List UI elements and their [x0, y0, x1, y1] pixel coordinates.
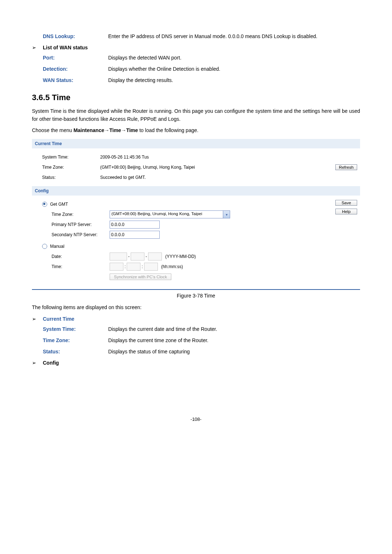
bullet-arrow-icon: ➢	[32, 45, 43, 50]
bullet-current-time: ➢ Current Time	[32, 316, 360, 322]
secondary-ntp-input[interactable]	[110, 231, 160, 239]
wan-status-description: Display the detecting results.	[108, 77, 360, 84]
timezone-select[interactable]: (GMT+08:00) Beijing, Urumqi, Hong Kong, …	[110, 210, 230, 218]
radio-manual-label: Manual	[50, 244, 64, 249]
definition-row: Status: Displays the status of time capt…	[32, 348, 360, 356]
time-settings-figure: Current Time System Time: 2009-05-26 11:…	[32, 139, 360, 290]
bullet-text: Current Time	[43, 316, 74, 322]
bullet-arrow-icon: ➢	[32, 360, 43, 366]
port-description: Displays the detected WAN port.	[108, 54, 360, 62]
chevron-down-icon: ▾	[223, 211, 230, 218]
config-timezone-label: Time Zone:	[52, 212, 110, 217]
panel-header-current-time: Current Time	[32, 139, 360, 148]
separator: -	[127, 254, 131, 259]
time-minute-input[interactable]	[127, 263, 140, 271]
figure-caption: Figure 3-78 Time	[32, 293, 360, 299]
manual-radio-row[interactable]: Manual	[42, 241, 331, 251]
detection-description: Displays whether the Online Detection is…	[108, 65, 360, 73]
bullet-config: ➢ Config	[32, 360, 360, 366]
status-label: Status:	[42, 175, 100, 180]
system-time-value: 2009-05-26 11:45:36 Tus	[100, 155, 331, 160]
page-number: -108-	[32, 416, 360, 422]
radio-manual[interactable]	[42, 244, 47, 249]
bullet-list-wan-status: ➢ List of WAN status	[32, 45, 360, 50]
date-month-input[interactable]	[131, 253, 144, 260]
time-label: Time:	[52, 264, 110, 269]
time-zone-value: (GMT+08:00) Beijing, Urumqi, Hong Kong, …	[100, 165, 331, 170]
date-day-input[interactable]	[148, 253, 162, 260]
status-def-label: Status:	[43, 348, 108, 356]
timezone-select-value: (GMT+08:00) Beijing, Urumqi, Hong Kong, …	[110, 211, 223, 218]
items-intro: The following items are displayed on thi…	[32, 304, 360, 312]
system-time-def-desc: Displays the current date and time of th…	[108, 325, 360, 333]
separator: -	[144, 254, 148, 259]
date-label: Date:	[52, 254, 110, 259]
definition-row: Port: Displays the detected WAN port.	[32, 54, 360, 62]
save-button[interactable]: Save	[335, 200, 357, 206]
date-format-hint: (YYYY-MM-DD)	[163, 254, 196, 259]
definition-row: Detection: Displays whether the Online D…	[32, 65, 360, 73]
menu-path-suffix: to load the following page.	[138, 127, 199, 133]
panel-body-current-time: System Time: 2009-05-26 11:45:36 Tus Tim…	[32, 148, 360, 186]
detection-label: Detection:	[43, 65, 108, 73]
sync-pc-clock-button[interactable]: Synchronize with PC's Clock	[110, 274, 171, 280]
definition-row: System Time: Displays the current date a…	[32, 325, 360, 333]
radio-get-gmt[interactable]	[42, 202, 47, 207]
bullet-arrow-icon: ➢	[32, 316, 43, 322]
time-zone-label: Time Zone:	[42, 165, 100, 170]
time-zone-def-label: Time Zone:	[43, 337, 108, 344]
panel-body-config: Get GMT Time Zone: (GMT+08:00) Beijing, …	[32, 196, 360, 286]
refresh-button[interactable]: Refresh	[335, 164, 357, 170]
menu-path-paragraph: Choose the menu Maintenance→Time→Time to…	[32, 127, 360, 135]
primary-ntp-input[interactable]	[110, 221, 160, 229]
primary-ntp-label: Primary NTP Server:	[52, 222, 110, 227]
date-year-input[interactable]	[110, 253, 127, 260]
definition-row: DNS Lookup: Enter the IP address of DNS …	[32, 33, 360, 40]
separator: :	[123, 264, 127, 269]
get-gmt-radio-row[interactable]: Get GMT	[42, 199, 331, 209]
dns-lookup-description: Enter the IP address of DNS server in Ma…	[108, 33, 360, 40]
secondary-ntp-label: Secondary NTP Server:	[52, 232, 110, 237]
time-second-input[interactable]	[144, 263, 158, 271]
port-label: Port:	[43, 54, 108, 62]
panel-header-config: Config	[32, 186, 360, 196]
system-time-def-label: System Time:	[43, 325, 108, 333]
bullet-text: Config	[43, 360, 59, 366]
system-time-label: System Time:	[42, 155, 100, 160]
bullet-text: List of WAN status	[43, 45, 88, 50]
status-def-desc: Displays the status of time capturing	[108, 348, 360, 356]
section-heading-time: 3.6.5 Time	[32, 93, 360, 102]
status-value: Succeeded to get GMT.	[100, 175, 331, 180]
page-content: DNS Lookup: Enter the IP address of DNS …	[0, 0, 392, 444]
dns-lookup-label: DNS Lookup:	[43, 33, 108, 40]
radio-get-gmt-label: Get GMT	[50, 202, 68, 207]
wan-status-label: WAN Status:	[43, 77, 108, 84]
definition-row: Time Zone: Displays the current time zon…	[32, 337, 360, 344]
time-zone-def-desc: Displays the current time zone of the Ro…	[108, 337, 360, 344]
menu-path: Maintenance→Time→Time	[73, 127, 138, 133]
time-hour-input[interactable]	[110, 263, 123, 271]
help-button[interactable]: Help	[335, 209, 357, 214]
time-intro-paragraph: System Time is the time displayed while …	[32, 107, 360, 123]
definition-row: WAN Status: Display the detecting result…	[32, 77, 360, 84]
time-format-hint: (hh:mm:ss)	[159, 264, 183, 269]
separator: :	[140, 264, 144, 269]
menu-path-prefix: Choose the menu	[32, 127, 73, 133]
